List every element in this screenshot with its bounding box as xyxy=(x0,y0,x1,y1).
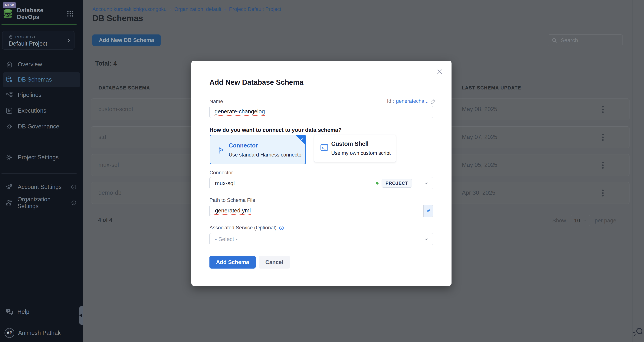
option-card-connector[interactable]: Connector Use standard Harness connector xyxy=(210,135,306,164)
sidebar-item-account-settings[interactable]: Account Settings xyxy=(0,179,83,195)
row-menu-kebab-icon[interactable] xyxy=(599,160,607,171)
sidebar-item-project-settings[interactable]: Project Settings xyxy=(0,150,83,165)
sidebar-divider xyxy=(2,173,76,174)
sidebar-item-organization-settings[interactable]: Organization Settings xyxy=(0,195,83,211)
schema-updated: May 07, 2025 xyxy=(462,134,497,140)
service-select[interactable]: - Select - xyxy=(210,233,433,245)
breadcrumb-project-link[interactable]: Project: Default Project xyxy=(229,6,281,12)
option-subtitle: Use standard Harness connector xyxy=(229,152,303,158)
terminal-icon xyxy=(320,143,328,152)
pagination-perpage-label: per page xyxy=(595,218,616,224)
option-title: Connector xyxy=(229,142,258,149)
breadcrumb: Account: kurosakiichigo.songoku › Organi… xyxy=(92,6,281,12)
modal-title: Add New Database Schema xyxy=(210,78,303,86)
schema-updated: May 05, 2025 xyxy=(462,162,497,168)
search-box[interactable] xyxy=(548,34,623,46)
info-icon[interactable] xyxy=(279,225,284,231)
chat-bubbles-icon[interactable] xyxy=(633,326,643,337)
pagination-range: 4 of 4 xyxy=(98,217,112,223)
schema-updated: Apr 30, 2025 xyxy=(462,189,496,196)
connector-status-dot xyxy=(376,182,378,185)
sidebar-item-db-schemas[interactable]: DB Schemas xyxy=(3,72,80,87)
id-value-link[interactable]: generatecha... xyxy=(396,98,428,104)
column-header-schema: DATABASE SCHEMA xyxy=(98,85,150,91)
pagination: Show 10 per page xyxy=(552,215,616,226)
module-grid-icon[interactable] xyxy=(66,10,74,17)
collapse-left-icon xyxy=(79,314,82,317)
info-icon[interactable] xyxy=(71,200,76,206)
breadcrumb-separator: › xyxy=(224,6,226,12)
connector-select[interactable]: mux-sql PROJECT xyxy=(210,177,433,189)
edit-pencil-icon[interactable] xyxy=(430,98,436,104)
name-input[interactable]: generate-changelog xyxy=(210,106,433,118)
gear-icon xyxy=(6,154,13,161)
pagination-show-label: Show xyxy=(552,218,566,224)
layers-gear-icon xyxy=(6,183,13,191)
project-selector[interactable]: PROJECT Default Project xyxy=(2,31,74,49)
branch-arrows-icon xyxy=(217,146,226,155)
help-chat-icon: ? xyxy=(5,308,13,316)
service-label: Associated Service (Optional) xyxy=(210,225,276,231)
toolbar-divider xyxy=(83,52,644,52)
sidebar-item-executions[interactable]: Executions xyxy=(0,103,83,119)
app-screen: NEW Database DevOps PROJECT Default xyxy=(0,0,644,342)
avatar[interactable]: AP xyxy=(4,328,14,338)
db-schema-icon xyxy=(6,76,13,83)
breadcrumb-org-link[interactable]: Organization: default xyxy=(174,6,221,12)
info-icon[interactable] xyxy=(71,184,76,190)
chevron-right-icon xyxy=(66,38,71,43)
connect-question: How do you want to connect to your data … xyxy=(210,127,342,133)
page-size-select[interactable]: 10 xyxy=(571,215,590,226)
chevron-down-icon xyxy=(424,237,429,242)
add-schema-modal: Add New Database Schema Name Id : genera… xyxy=(191,61,452,286)
service-placeholder: - Select - xyxy=(215,236,238,242)
sidebar-item-overview[interactable]: Overview xyxy=(0,56,83,72)
search-icon xyxy=(552,37,557,43)
schema-name: demo-db xyxy=(98,189,122,196)
check-icon xyxy=(300,137,304,141)
option-title: Custom Shell xyxy=(331,140,368,147)
schema-updated: May 08, 2025 xyxy=(462,106,497,113)
brand-divider xyxy=(2,24,76,25)
page-title: DB Schemas xyxy=(92,13,143,23)
content-right-border xyxy=(632,0,633,342)
schema-name: std xyxy=(98,134,106,140)
path-input[interactable]: generated.yml xyxy=(210,205,433,217)
add-schema-button[interactable]: Add Schema xyxy=(210,256,256,269)
schema-name: mux-sql xyxy=(98,162,119,168)
sidebar-item-label: DB Governance xyxy=(18,123,60,130)
governance-gear-icon xyxy=(6,123,13,130)
pipelines-icon xyxy=(6,91,13,98)
sidebar-item-label: DB Schemas xyxy=(18,76,52,83)
row-menu-kebab-icon[interactable] xyxy=(599,132,607,143)
cube-icon xyxy=(9,35,14,39)
sidebar-item-pipelines[interactable]: Pipelines xyxy=(0,87,83,103)
add-new-db-schema-button[interactable]: Add New DB Schema xyxy=(92,34,160,46)
page-size-value: 10 xyxy=(574,218,580,224)
option-card-custom-shell[interactable]: Custom Shell Use my own custom script xyxy=(314,135,396,162)
total-count: Total: 4 xyxy=(95,60,117,67)
close-icon[interactable] xyxy=(436,68,443,75)
sidebar-collapse-handle[interactable] xyxy=(78,306,83,325)
breadcrumb-account-link[interactable]: Account: kurosakiichigo.songoku xyxy=(92,6,166,12)
row-menu-kebab-icon[interactable] xyxy=(599,188,607,199)
chevron-down-icon xyxy=(582,218,587,223)
sidebar-item-help[interactable]: ? Help xyxy=(0,304,83,320)
svg-text:?: ? xyxy=(7,309,9,312)
cancel-button[interactable]: Cancel xyxy=(259,256,290,269)
path-value: generated.yml xyxy=(210,207,251,215)
name-value: generate-changelog xyxy=(214,108,265,116)
user-row[interactable]: AP Animesh Pathak xyxy=(0,325,83,341)
brand-row: Database DevOps xyxy=(2,8,81,19)
sidebar-item-label: Executions xyxy=(18,107,46,114)
fixed-value-pin-button[interactable] xyxy=(424,205,433,217)
row-menu-kebab-icon[interactable] xyxy=(599,104,607,115)
help-label: Help xyxy=(17,309,30,315)
sidebar-item-label: Organization Settings xyxy=(18,196,71,210)
chevron-down-icon xyxy=(424,181,429,186)
connector-label: Connector xyxy=(210,170,233,176)
sidebar-item-label: Overview xyxy=(18,61,42,68)
sidebar-item-label: Pipelines xyxy=(18,91,42,98)
sidebar-item-db-governance[interactable]: DB Governance xyxy=(0,119,83,134)
search-input[interactable] xyxy=(561,37,617,43)
